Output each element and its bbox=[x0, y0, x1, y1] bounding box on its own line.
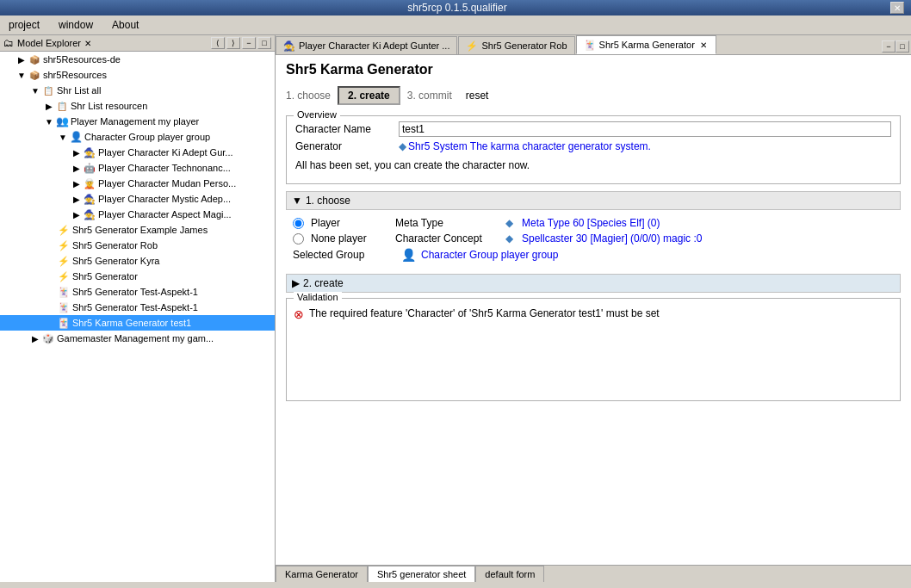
toggle-character-group[interactable]: ▼ bbox=[57, 133, 69, 142]
icon-char-techno: 🤖 bbox=[83, 161, 96, 175]
toggle-char-techno[interactable]: ▶ bbox=[71, 164, 83, 173]
bottom-tab-shr5-sheet-label: Shr5 generator sheet bbox=[377, 569, 466, 579]
tree-item-char-techno[interactable]: ▶ 🤖 Player Character Technonanc... bbox=[0, 160, 275, 176]
tree-item-shr-list-all[interactable]: ▼ 📋 Shr List all bbox=[0, 83, 275, 98]
tree-item-karma-test1[interactable]: 🃏 Shr5 Karma Generator test1 bbox=[0, 315, 275, 331]
icon-char-mystic: 🧙 bbox=[83, 192, 96, 206]
icon-gen-kyra: ⚡ bbox=[57, 254, 71, 268]
tab-rob[interactable]: ⚡ Shr5 Generator Rob bbox=[458, 36, 574, 54]
bottom-tab-shr5-sheet[interactable]: Shr5 generator sheet bbox=[368, 566, 475, 582]
tab-karma-close[interactable]: ✕ bbox=[698, 40, 709, 50]
tree-item-gen-example[interactable]: ⚡ Shr5 Generator Example James bbox=[0, 222, 275, 238]
menu-window[interactable]: window bbox=[53, 17, 98, 33]
character-name-input[interactable] bbox=[399, 121, 891, 137]
tab-maximize-btn[interactable]: □ bbox=[896, 40, 909, 53]
icon-gen-test2: 🃏 bbox=[57, 300, 71, 314]
explorer-toolbar-btn-2[interactable]: ⟩ bbox=[226, 37, 240, 49]
radio-none-player[interactable] bbox=[293, 233, 304, 244]
tree-item-char-ki-adept[interactable]: ▶ 🧙 Player Character Ki Adept Gur... bbox=[0, 145, 275, 160]
tree-item-shr-list-resourcen[interactable]: ▶ 📋 Shr List resourcen bbox=[0, 98, 275, 114]
reset-button[interactable]: reset bbox=[466, 90, 489, 102]
icon-character-group: 👤 bbox=[69, 130, 83, 144]
menu-project[interactable]: project bbox=[3, 17, 45, 33]
choose-header-label: 1. choose bbox=[306, 195, 350, 207]
label-gen-test1: Shr5 Generator Test-Aspekt-1 bbox=[72, 287, 198, 297]
toggle-char-ki-adept[interactable]: ▶ bbox=[71, 148, 83, 158]
tab-karma[interactable]: 🃏 Shr5 Karma Generator ✕ bbox=[576, 35, 716, 54]
overview-fieldset: Overview Character Name Generator ◆ Shr5… bbox=[286, 115, 901, 184]
icon-gen-test1: 🃏 bbox=[57, 285, 71, 299]
model-explorer-close[interactable]: ✕ bbox=[84, 39, 91, 48]
model-explorer-buttons: ⟨ ⟩ − □ bbox=[211, 37, 271, 49]
tree-item-gen-test2[interactable]: 🃏 Shr5 Generator Test-Aspekt-1 bbox=[0, 300, 275, 315]
explorer-toolbar-btn-1[interactable]: ⟨ bbox=[211, 37, 225, 49]
create-arrow: ▶ bbox=[292, 277, 300, 289]
explorer-minimize-btn[interactable]: − bbox=[242, 37, 256, 49]
tab-ki-adept[interactable]: 🧙 Player Character Ki Adept Gunter ... bbox=[276, 36, 457, 54]
overview-legend: Overview bbox=[294, 109, 340, 120]
step2-button[interactable]: 2. create bbox=[338, 86, 400, 105]
explorer-maximize-btn[interactable]: □ bbox=[257, 37, 271, 49]
tree-item-character-group[interactable]: ▼ 👤 Character Group player group bbox=[0, 129, 275, 145]
toggle-shr-list-resourcen[interactable]: ▶ bbox=[43, 102, 55, 111]
meta-type-label: Meta Type bbox=[395, 217, 499, 229]
step3-label[interactable]: 3. commit bbox=[407, 90, 452, 102]
tab-minimize-btn[interactable]: − bbox=[882, 40, 896, 53]
character-name-row: Character Name bbox=[295, 121, 891, 137]
tree-item-shr5resources-de[interactable]: ▶ 📦 shr5Resources-de bbox=[0, 52, 275, 67]
tree-item-char-mystic[interactable]: ▶ 🧙 Player Character Mystic Adep... bbox=[0, 191, 275, 207]
radio-none-player-row: None player Character Concept ◆ Spellcas… bbox=[293, 232, 894, 244]
create-header[interactable]: ▶ 2. create bbox=[286, 274, 901, 293]
validation-legend: Validation bbox=[294, 292, 342, 302]
title-bar-close-button[interactable]: ✕ bbox=[890, 2, 904, 14]
tree-item-char-mudan[interactable]: ▶ 🧝 Player Character Mudan Perso... bbox=[0, 176, 275, 191]
step1-label[interactable]: 1. choose bbox=[286, 90, 331, 102]
toggle-player-management[interactable]: ▼ bbox=[43, 117, 55, 127]
choose-inner: Player Meta Type ◆ Meta Type 60 [Species… bbox=[286, 214, 901, 269]
left-panel: 🗂 Model Explorer ✕ ⟨ ⟩ − □ ▶ 📦 shr5Resou… bbox=[0, 35, 276, 582]
icon-gen-rob: ⚡ bbox=[57, 238, 71, 252]
label-char-mudan: Player Character Mudan Perso... bbox=[98, 178, 236, 189]
label-gen-example: Shr5 Generator Example James bbox=[72, 225, 208, 235]
radio-player-row: Player Meta Type ◆ Meta Type 60 [Species… bbox=[293, 217, 894, 229]
meta-type-link[interactable]: Meta Type 60 [Species Elf] (0) bbox=[522, 217, 660, 229]
radio-player[interactable] bbox=[293, 218, 304, 229]
tree-item-gen-kyra[interactable]: ⚡ Shr5 Generator Kyra bbox=[0, 253, 275, 269]
toggle-char-aspect[interactable]: ▶ bbox=[71, 210, 83, 220]
bottom-tab-default-form[interactable]: default form bbox=[475, 566, 544, 582]
create-header-label: 2. create bbox=[303, 277, 344, 289]
label-gamemaster: Gamemaster Management my gam... bbox=[57, 333, 214, 344]
choose-header[interactable]: ▼ 1. choose bbox=[286, 191, 901, 210]
tree-item-player-management[interactable]: ▼ 👥 Player Management my player bbox=[0, 114, 275, 129]
icon-gen-example: ⚡ bbox=[57, 223, 71, 237]
tree-item-gamemaster[interactable]: ▶ 🎲 Gamemaster Management my gam... bbox=[0, 331, 275, 346]
toggle-gamemaster[interactable]: ▶ bbox=[29, 334, 41, 344]
tree-item-gen-rob[interactable]: ⚡ Shr5 Generator Rob bbox=[0, 238, 275, 253]
diamond-icon: ◆ bbox=[399, 140, 406, 152]
toggle-shr5resources[interactable]: ▼ bbox=[15, 71, 28, 80]
toggle-shr5resources-de[interactable]: ▶ bbox=[15, 55, 28, 65]
bottom-tab-karma-gen-label: Karma Generator bbox=[285, 569, 358, 579]
selected-group-link[interactable]: Character Group player group bbox=[421, 249, 558, 261]
tree-item-char-aspect[interactable]: ▶ 🧙 Player Character Aspect Magi... bbox=[0, 207, 275, 222]
tab-ki-adept-label: Player Character Ki Adept Gunter ... bbox=[299, 40, 449, 51]
icon-char-mudan: 🧝 bbox=[83, 176, 96, 190]
toggle-shr-list-all[interactable]: ▼ bbox=[29, 86, 41, 96]
info-text: All has been set, you can create the cha… bbox=[295, 156, 891, 175]
tree-item-shr5resources[interactable]: ▼ 📦 shr5Resources bbox=[0, 67, 275, 83]
tree-item-gen-plain[interactable]: ⚡ Shr5 Generator bbox=[0, 269, 275, 284]
bottom-tab-karma-gen[interactable]: Karma Generator bbox=[276, 566, 368, 582]
toggle-char-mystic[interactable]: ▶ bbox=[71, 195, 83, 204]
label-gen-rob: Shr5 Generator Rob bbox=[72, 240, 158, 251]
generator-link[interactable]: Shr5 System The karma character generato… bbox=[408, 140, 651, 152]
label-shr5resources-de: shr5Resources-de bbox=[43, 54, 121, 65]
label-gen-test2: Shr5 Generator Test-Aspekt-1 bbox=[72, 302, 198, 313]
toggle-char-mudan[interactable]: ▶ bbox=[71, 179, 83, 189]
menu-about[interactable]: About bbox=[107, 17, 144, 33]
char-concept-link[interactable]: Spellcaster 30 [Magier] (0/0/0) magic :0 bbox=[522, 232, 702, 244]
tab-ki-adept-icon: 🧙 bbox=[283, 40, 295, 52]
tree-item-gen-test1[interactable]: 🃏 Shr5 Generator Test-Aspekt-1 bbox=[0, 284, 275, 300]
icon-char-ki-adept: 🧙 bbox=[83, 145, 96, 159]
label-char-mystic: Player Character Mystic Adep... bbox=[98, 194, 231, 204]
label-gen-kyra: Shr5 Generator Kyra bbox=[72, 256, 160, 266]
